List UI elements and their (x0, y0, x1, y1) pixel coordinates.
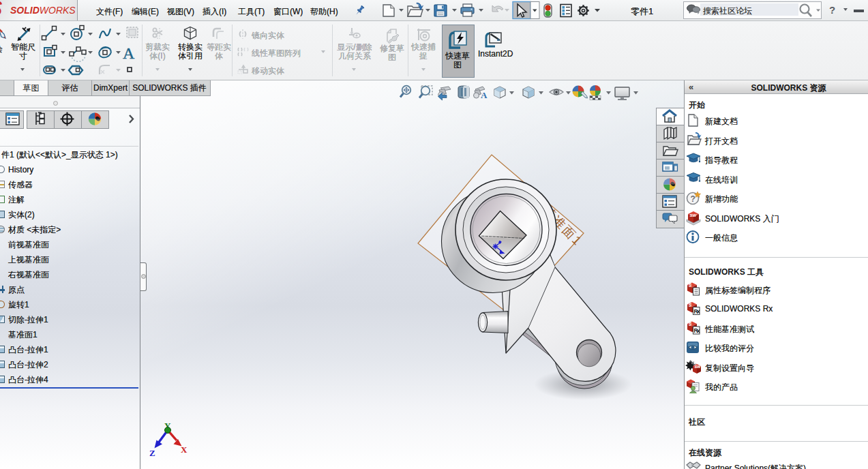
svg-text:A: A (123, 44, 135, 62)
svg-text:R: R (694, 327, 698, 334)
svg-text:?: ? (691, 194, 695, 204)
svg-text:R: R (694, 308, 698, 315)
svg-text:S: S (689, 322, 692, 327)
svg-text:S: S (689, 303, 692, 307)
svg-text:SW: SW (695, 365, 702, 369)
svg-text:X: X (181, 444, 188, 455)
svg-text:Z: Z (149, 448, 155, 458)
svg-text:S: S (689, 283, 692, 288)
svg-text:A: A (481, 90, 488, 100)
svg-text:SW: SW (690, 213, 698, 217)
